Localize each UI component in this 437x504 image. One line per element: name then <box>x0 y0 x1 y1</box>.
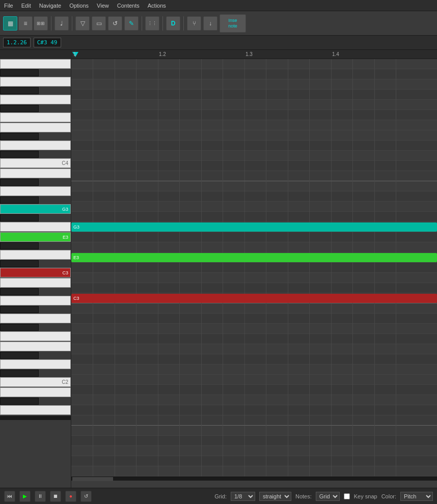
color-label: Color: <box>381 493 396 499</box>
b2-key[interactable] <box>0 278 71 288</box>
row-e2 <box>71 375 437 385</box>
g4-key[interactable] <box>0 95 71 104</box>
c2-key[interactable]: C2 <box>0 377 71 387</box>
a1-key[interactable] <box>0 405 71 415</box>
grid-scrollbar-h[interactable] <box>71 477 437 481</box>
row-c2 <box>71 415 437 426</box>
gb2-key[interactable] <box>0 324 39 331</box>
c4-key[interactable]: C4 <box>0 158 71 168</box>
gb3-key[interactable] <box>0 214 39 221</box>
piano-scrollbar[interactable] <box>0 416 71 420</box>
db3-key[interactable] <box>0 260 39 267</box>
f3-key[interactable] <box>0 222 71 232</box>
sep-3 <box>142 16 142 31</box>
note-icon-btn[interactable]: ♩ <box>54 16 69 31</box>
e3-key[interactable]: E3 <box>0 232 71 242</box>
menu-navigate[interactable]: Navigate <box>35 2 65 10</box>
fork-btn[interactable]: ⑂ <box>187 16 201 31</box>
draw-btn[interactable]: ✎ <box>124 16 139 31</box>
arrow-down-btn[interactable]: ↓ <box>203 16 217 31</box>
grid-mode-select[interactable]: straight triplet dotted <box>259 492 291 501</box>
e3-note[interactable]: E3 <box>71 253 437 262</box>
c2-label: C2 <box>62 379 68 385</box>
bb4-key[interactable] <box>0 69 39 76</box>
filter-btn[interactable]: ▽ <box>75 16 90 31</box>
notes-select[interactable]: Grid 1/4 1/8 <box>316 492 340 501</box>
row-d3 <box>71 273 437 283</box>
row-b2 <box>71 303 437 314</box>
key-snap-label[interactable]: Key snap <box>354 493 377 499</box>
marker-1: 1 <box>73 51 76 57</box>
grid-view-btn[interactable]: ▦ <box>3 16 17 31</box>
menu-file[interactable]: File <box>0 2 17 10</box>
key-snap-checkbox[interactable] <box>344 493 350 499</box>
row-bb3 <box>71 191 437 202</box>
record-btn[interactable]: ● <box>65 491 76 502</box>
scrollbar-thumb[interactable] <box>72 477 113 481</box>
row-bb1 <box>71 436 437 446</box>
sep-2 <box>72 16 72 31</box>
row-f4 <box>71 120 437 130</box>
note-position: C#3 49 <box>34 38 61 47</box>
notes-label: Notes: <box>295 493 312 499</box>
d-btn[interactable]: D <box>166 16 180 31</box>
gb4-key[interactable] <box>0 105 39 112</box>
g3-note-label: G3 <box>73 225 79 230</box>
ab2-key[interactable] <box>0 306 39 313</box>
b3-key[interactable] <box>0 169 71 178</box>
b1-key[interactable] <box>0 387 71 397</box>
db4-key[interactable] <box>0 151 39 158</box>
row-a2 <box>71 324 437 334</box>
eb4-key[interactable] <box>0 133 39 140</box>
loop-transport-btn[interactable]: ↺ <box>80 491 92 502</box>
f2-key[interactable] <box>0 331 71 341</box>
ab4-key[interactable] <box>0 87 39 94</box>
g2-key[interactable] <box>0 314 71 323</box>
piano-roll[interactable]: G3 E3 <box>71 59 437 477</box>
sep-5 <box>183 16 184 31</box>
row-gb2 <box>71 354 437 365</box>
e4-key[interactable] <box>0 123 71 132</box>
row-ab1 <box>71 456 437 466</box>
loop-btn[interactable]: ↺ <box>108 16 122 31</box>
pause-btn[interactable]: ⏸ <box>35 491 46 502</box>
menu-view[interactable]: View <box>93 2 113 10</box>
d4-key[interactable] <box>0 141 71 150</box>
db2-key[interactable] <box>0 370 39 377</box>
d2-key[interactable] <box>0 359 71 369</box>
menu-contents[interactable]: Contents <box>113 2 144 10</box>
dots-btn[interactable]: ⋮⋮ <box>145 16 159 31</box>
f4-key[interactable] <box>0 113 71 122</box>
eb3-key[interactable] <box>0 242 39 249</box>
row-c3: C3 <box>71 293 437 303</box>
color-select[interactable]: Pitch Velocity Track <box>400 492 433 501</box>
g3-note[interactable]: G3 <box>71 222 437 232</box>
bb1-key[interactable] <box>0 398 39 405</box>
c3-key[interactable]: C3 <box>0 268 71 277</box>
menu-options[interactable]: Options <box>65 2 93 10</box>
a2-key[interactable] <box>0 296 71 305</box>
bottom-bar: ⏮ ▶ ⏸ ⏹ ● ↺ Grid: 1/8 1/4 1/16 straight … <box>0 488 437 504</box>
a4-key[interactable] <box>0 77 71 87</box>
d3-key[interactable] <box>0 250 71 260</box>
rewind-btn[interactable]: ⏮ <box>4 491 15 502</box>
ab3-key[interactable] <box>0 197 39 204</box>
c3-note[interactable]: C3 <box>71 294 437 303</box>
row-db2 <box>71 405 437 415</box>
insert-note-btn[interactable]: Insenote <box>220 14 246 33</box>
stop-btn[interactable]: ⏹ <box>50 491 61 502</box>
play-btn[interactable]: ▶ <box>19 491 31 502</box>
g3-key[interactable]: G3 <box>0 204 71 214</box>
grid-size-select[interactable]: 1/8 1/4 1/16 <box>231 492 255 501</box>
b4-key[interactable] <box>0 59 71 69</box>
rect-btn[interactable]: ▭ <box>92 16 106 31</box>
bb2-key[interactable] <box>0 288 39 295</box>
e2-key[interactable] <box>0 342 71 351</box>
menu-edit[interactable]: Edit <box>17 2 35 10</box>
list-view-btn[interactable]: ≡ <box>18 16 33 31</box>
pattern-btn[interactable]: ⊞⊞ <box>34 16 48 31</box>
a3-key[interactable] <box>0 186 71 196</box>
bb3-key[interactable] <box>0 179 39 186</box>
eb2-key[interactable] <box>0 352 39 359</box>
menu-actions[interactable]: Actions <box>144 2 170 10</box>
